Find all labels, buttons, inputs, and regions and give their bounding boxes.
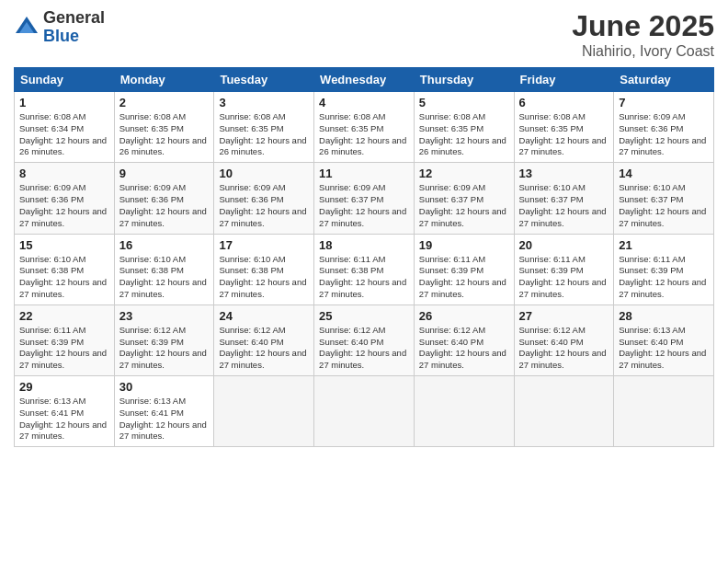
day-number: 24	[219, 309, 309, 323]
calendar-cell	[614, 376, 714, 447]
day-number: 17	[219, 238, 309, 252]
day-detail: Sunrise: 6:13 AM Sunset: 6:41 PM Dayligh…	[19, 396, 109, 442]
calendar-table: Sunday Monday Tuesday Wednesday Thursday…	[14, 67, 714, 447]
header: General Blue June 2025 Niahirio, Ivory C…	[14, 9, 714, 60]
day-number: 20	[519, 238, 609, 252]
calendar-cell: 24 Sunrise: 6:12 AM Sunset: 6:40 PM Dayl…	[214, 304, 314, 375]
day-number: 21	[619, 238, 709, 252]
calendar-cell: 2 Sunrise: 6:08 AM Sunset: 6:35 PM Dayli…	[114, 92, 214, 163]
calendar-week-row: 22 Sunrise: 6:11 AM Sunset: 6:39 PM Dayl…	[15, 304, 714, 375]
calendar-title: June 2025	[572, 9, 714, 43]
day-number: 22	[19, 309, 109, 323]
calendar-subtitle: Niahirio, Ivory Coast	[572, 43, 714, 60]
calendar-cell: 21 Sunrise: 6:11 AM Sunset: 6:39 PM Dayl…	[614, 234, 714, 304]
calendar-cell: 6 Sunrise: 6:08 AM Sunset: 6:35 PM Dayli…	[514, 92, 614, 163]
day-detail: Sunrise: 6:09 AM Sunset: 6:37 PM Dayligh…	[319, 182, 409, 229]
weekday-header-row: Sunday Monday Tuesday Wednesday Thursday…	[15, 68, 714, 92]
day-number: 8	[19, 167, 109, 180]
calendar-cell	[514, 376, 614, 447]
logo-icon	[14, 15, 40, 40]
day-detail: Sunrise: 6:09 AM Sunset: 6:36 PM Dayligh…	[19, 182, 109, 229]
header-saturday: Saturday	[614, 68, 714, 92]
day-detail: Sunrise: 6:11 AM Sunset: 6:39 PM Dayligh…	[19, 325, 109, 372]
day-detail: Sunrise: 6:10 AM Sunset: 6:38 PM Dayligh…	[19, 254, 109, 301]
logo-text: General Blue	[43, 9, 105, 46]
calendar-week-row: 8 Sunrise: 6:09 AM Sunset: 6:36 PM Dayli…	[15, 163, 714, 234]
day-detail: Sunrise: 6:13 AM Sunset: 6:40 PM Dayligh…	[619, 325, 709, 372]
day-detail: Sunrise: 6:08 AM Sunset: 6:35 PM Dayligh…	[519, 111, 609, 158]
day-detail: Sunrise: 6:08 AM Sunset: 6:35 PM Dayligh…	[419, 111, 509, 158]
day-number: 12	[419, 167, 509, 180]
header-monday: Monday	[114, 68, 214, 92]
title-block: June 2025 Niahirio, Ivory Coast	[572, 9, 714, 60]
calendar-cell: 30 Sunrise: 6:13 AM Sunset: 6:41 PM Dayl…	[114, 376, 214, 447]
day-detail: Sunrise: 6:12 AM Sunset: 6:40 PM Dayligh…	[519, 325, 609, 372]
day-number: 7	[619, 96, 709, 109]
day-number: 29	[19, 380, 109, 394]
day-number: 10	[219, 167, 309, 180]
calendar-cell: 28 Sunrise: 6:13 AM Sunset: 6:40 PM Dayl…	[614, 304, 714, 375]
calendar-cell: 12 Sunrise: 6:09 AM Sunset: 6:37 PM Dayl…	[414, 163, 514, 234]
day-number: 15	[19, 238, 109, 252]
logo-blue: Blue	[43, 28, 105, 46]
day-detail: Sunrise: 6:13 AM Sunset: 6:41 PM Dayligh…	[119, 396, 210, 442]
calendar-cell: 19 Sunrise: 6:11 AM Sunset: 6:39 PM Dayl…	[414, 234, 514, 304]
day-number: 18	[319, 238, 409, 252]
calendar-cell	[214, 376, 314, 447]
day-number: 30	[119, 380, 210, 394]
calendar-cell: 9 Sunrise: 6:09 AM Sunset: 6:36 PM Dayli…	[114, 163, 214, 234]
calendar-cell: 7 Sunrise: 6:09 AM Sunset: 6:36 PM Dayli…	[614, 92, 714, 163]
day-detail: Sunrise: 6:09 AM Sunset: 6:37 PM Dayligh…	[419, 182, 509, 229]
day-number: 19	[419, 238, 509, 252]
day-detail: Sunrise: 6:08 AM Sunset: 6:35 PM Dayligh…	[219, 111, 309, 158]
day-detail: Sunrise: 6:10 AM Sunset: 6:38 PM Dayligh…	[119, 254, 210, 301]
day-detail: Sunrise: 6:11 AM Sunset: 6:39 PM Dayligh…	[619, 254, 709, 301]
calendar-cell: 11 Sunrise: 6:09 AM Sunset: 6:37 PM Dayl…	[314, 163, 415, 234]
day-detail: Sunrise: 6:09 AM Sunset: 6:36 PM Dayligh…	[119, 182, 210, 229]
day-number: 25	[319, 309, 409, 323]
calendar-cell: 4 Sunrise: 6:08 AM Sunset: 6:35 PM Dayli…	[314, 92, 415, 163]
calendar-cell: 13 Sunrise: 6:10 AM Sunset: 6:37 PM Dayl…	[514, 163, 614, 234]
day-detail: Sunrise: 6:08 AM Sunset: 6:35 PM Dayligh…	[119, 111, 210, 158]
day-detail: Sunrise: 6:09 AM Sunset: 6:36 PM Dayligh…	[619, 111, 709, 158]
logo-general: General	[43, 9, 105, 28]
header-thursday: Thursday	[414, 68, 514, 92]
calendar-cell: 16 Sunrise: 6:10 AM Sunset: 6:38 PM Dayl…	[114, 234, 214, 304]
calendar-week-row: 29 Sunrise: 6:13 AM Sunset: 6:41 PM Dayl…	[15, 376, 714, 447]
day-detail: Sunrise: 6:12 AM Sunset: 6:40 PM Dayligh…	[319, 325, 409, 372]
day-detail: Sunrise: 6:11 AM Sunset: 6:39 PM Dayligh…	[419, 254, 509, 301]
calendar-cell	[314, 376, 415, 447]
day-number: 5	[419, 96, 509, 109]
day-detail: Sunrise: 6:12 AM Sunset: 6:39 PM Dayligh…	[119, 325, 210, 372]
calendar-cell: 20 Sunrise: 6:11 AM Sunset: 6:39 PM Dayl…	[514, 234, 614, 304]
day-detail: Sunrise: 6:12 AM Sunset: 6:40 PM Dayligh…	[219, 325, 309, 372]
calendar-cell: 27 Sunrise: 6:12 AM Sunset: 6:40 PM Dayl…	[514, 304, 614, 375]
day-number: 27	[519, 309, 609, 323]
calendar-week-row: 15 Sunrise: 6:10 AM Sunset: 6:38 PM Dayl…	[15, 234, 714, 304]
day-number: 28	[619, 309, 709, 323]
day-number: 9	[119, 167, 210, 180]
day-number: 6	[519, 96, 609, 109]
calendar-cell: 23 Sunrise: 6:12 AM Sunset: 6:39 PM Dayl…	[114, 304, 214, 375]
day-detail: Sunrise: 6:08 AM Sunset: 6:35 PM Dayligh…	[319, 111, 409, 158]
calendar-cell	[414, 376, 514, 447]
day-number: 14	[619, 167, 709, 180]
day-detail: Sunrise: 6:09 AM Sunset: 6:36 PM Dayligh…	[219, 182, 309, 229]
calendar-cell: 25 Sunrise: 6:12 AM Sunset: 6:40 PM Dayl…	[314, 304, 415, 375]
day-number: 26	[419, 309, 509, 323]
calendar-cell: 17 Sunrise: 6:10 AM Sunset: 6:38 PM Dayl…	[214, 234, 314, 304]
calendar-cell: 8 Sunrise: 6:09 AM Sunset: 6:36 PM Dayli…	[15, 163, 115, 234]
calendar-cell: 29 Sunrise: 6:13 AM Sunset: 6:41 PM Dayl…	[15, 376, 115, 447]
day-number: 11	[319, 167, 409, 180]
day-number: 13	[519, 167, 609, 180]
calendar-cell: 26 Sunrise: 6:12 AM Sunset: 6:40 PM Dayl…	[414, 304, 514, 375]
calendar-cell: 18 Sunrise: 6:11 AM Sunset: 6:38 PM Dayl…	[314, 234, 415, 304]
header-friday: Friday	[514, 68, 614, 92]
calendar-cell: 3 Sunrise: 6:08 AM Sunset: 6:35 PM Dayli…	[214, 92, 314, 163]
day-number: 4	[319, 96, 409, 109]
header-tuesday: Tuesday	[214, 68, 314, 92]
day-detail: Sunrise: 6:08 AM Sunset: 6:34 PM Dayligh…	[19, 111, 109, 158]
day-number: 23	[119, 309, 210, 323]
day-number: 2	[119, 96, 210, 109]
calendar-cell: 15 Sunrise: 6:10 AM Sunset: 6:38 PM Dayl…	[15, 234, 115, 304]
